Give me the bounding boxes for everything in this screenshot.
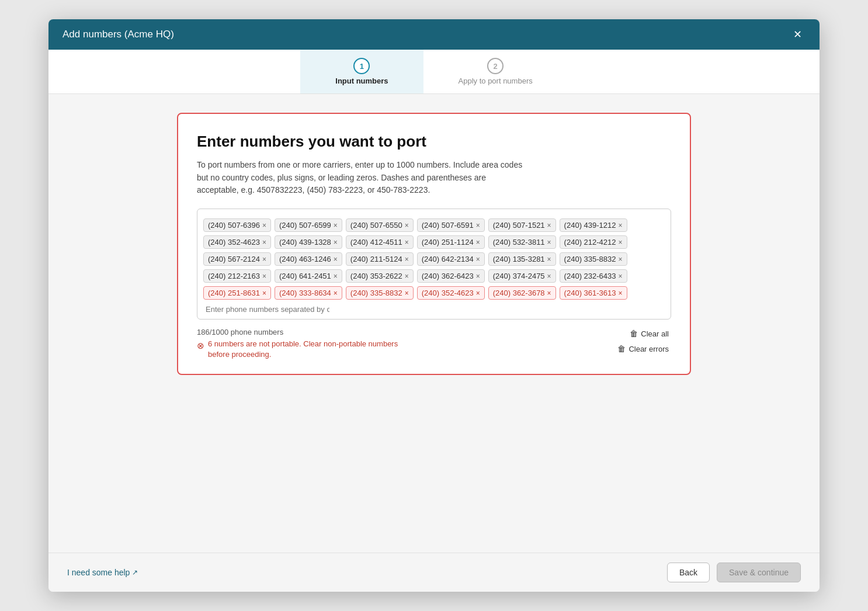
tag-remove-button[interactable]: × — [334, 256, 338, 263]
step-1-label: Input numbers — [335, 77, 388, 85]
clear-errors-button[interactable]: 🗑 Clear errors — [615, 343, 671, 355]
tag-0-1: (240) 507-6599× — [275, 218, 342, 232]
external-link-icon: ↗ — [132, 568, 138, 577]
tag-label: (240) 374-2475 — [493, 272, 545, 280]
tag-label: (240) 532-3811 — [493, 238, 545, 247]
content-card: Enter numbers you want to port To port n… — [177, 113, 691, 375]
tag-label: (240) 507-6599 — [279, 221, 331, 230]
tag-remove-button[interactable]: × — [334, 273, 338, 280]
tag-label: (240) 567-2124 — [208, 255, 260, 263]
tag-4-4: (240) 251-8631× — [203, 286, 271, 300]
help-link[interactable]: I need some help ↗ — [67, 568, 138, 577]
tag-remove-button[interactable]: × — [619, 290, 623, 297]
tag-2-3: (240) 463-1246× — [275, 252, 342, 266]
tag-2-2: (240) 567-2124× — [203, 252, 271, 266]
tag-label: (240) 212-4212 — [564, 238, 616, 247]
tag-remove-button[interactable]: × — [619, 239, 623, 246]
card-title: Enter numbers you want to port — [197, 133, 671, 151]
tag-3-2: (240) 335-8832× — [560, 252, 627, 266]
modal-header: Add numbers (Acme HQ) ✕ — [48, 19, 820, 50]
close-icon: ✕ — [793, 28, 802, 41]
tag-remove-button[interactable]: × — [547, 256, 551, 263]
steps-bar: 1 Input numbers 2 Apply to port numbers — [48, 50, 820, 94]
tag-remove-button[interactable]: × — [476, 273, 480, 280]
tag-label: (240) 251-8631 — [208, 289, 260, 297]
tag-label: (240) 362-3678 — [493, 289, 545, 297]
tag-label: (240) 439-1328 — [279, 238, 331, 247]
tag-label: (240) 507-6550 — [350, 221, 402, 230]
clear-all-button[interactable]: 🗑 Clear all — [627, 328, 671, 339]
step-2-circle: 2 — [487, 58, 504, 74]
tags-container[interactable]: (240) 507-6396×(240) 507-6599×(240) 507-… — [197, 209, 671, 320]
tag-1-2: (240) 439-1328× — [275, 235, 342, 249]
tag-label: (240) 439-1212 — [564, 221, 616, 230]
tag-label: (240) 463-1246 — [279, 255, 331, 263]
error-circle-icon: ⊗ — [197, 339, 204, 352]
tag-remove-button[interactable]: × — [405, 239, 409, 246]
close-button[interactable]: ✕ — [789, 26, 805, 43]
tag-0-0: (240) 507-6396× — [203, 218, 271, 232]
tag-0-2: (240) 507-6550× — [346, 218, 414, 232]
tag-label: (240) 335-8832 — [350, 289, 402, 297]
tag-remove-button[interactable]: × — [334, 290, 338, 297]
help-label: I need some help — [67, 568, 130, 577]
tag-3-4: (240) 641-2451× — [275, 269, 342, 283]
modal-body: Enter numbers you want to port To port n… — [48, 94, 820, 553]
back-button[interactable]: Back — [667, 563, 710, 582]
tag-remove-button[interactable]: × — [547, 273, 551, 280]
tag-remove-button[interactable]: × — [476, 256, 480, 263]
tag-2-1: (240) 212-4212× — [560, 235, 627, 249]
tag-remove-button[interactable]: × — [619, 256, 623, 263]
step-1[interactable]: 1 Input numbers — [300, 50, 423, 93]
modal: Add numbers (Acme HQ) ✕ 1 Input numbers … — [48, 19, 820, 592]
tag-label: (240) 232-6433 — [564, 272, 616, 280]
tag-3-0: (240) 642-2134× — [417, 252, 485, 266]
save-continue-button: Save & continue — [717, 563, 801, 582]
clear-errors-label: Clear errors — [629, 345, 669, 353]
tag-label: (240) 333-8634 — [279, 289, 331, 297]
tag-0-3: (240) 507-6591× — [417, 218, 485, 232]
step-2-label: Apply to port numbers — [459, 77, 533, 85]
tag-remove-button[interactable]: × — [262, 290, 266, 297]
tag-remove-button[interactable]: × — [262, 256, 266, 263]
tag-remove-button[interactable]: × — [405, 273, 409, 280]
tag-label: (240) 211-5124 — [350, 255, 402, 263]
tag-label: (240) 212-2163 — [208, 272, 260, 280]
tag-label: (240) 362-6423 — [422, 272, 474, 280]
trash-icon-2: 🗑 — [617, 344, 626, 353]
tag-1-0: (240) 439-1212× — [560, 218, 627, 232]
tag-4-0: (240) 353-2622× — [346, 269, 414, 283]
clear-all-label: Clear all — [641, 329, 669, 338]
tag-remove-button[interactable]: × — [262, 222, 266, 229]
tag-remove-button[interactable]: × — [476, 290, 480, 297]
tag-remove-button[interactable]: × — [547, 222, 551, 229]
error-message: ⊗ 6 numbers are not portable. Clear non-… — [197, 339, 419, 360]
tag-remove-button[interactable]: × — [405, 290, 409, 297]
tag-4-3: (240) 232-6433× — [560, 269, 627, 283]
tag-remove-button[interactable]: × — [476, 222, 480, 229]
tag-label: (240) 641-2451 — [279, 272, 331, 280]
tag-4-2: (240) 374-2475× — [488, 269, 556, 283]
tag-3-1: (240) 135-3281× — [488, 252, 556, 266]
tag-remove-button[interactable]: × — [476, 239, 480, 246]
tag-remove-button[interactable]: × — [334, 239, 338, 246]
tag-remove-button[interactable]: × — [619, 273, 623, 280]
footer-left: 186/1000 phone numbers ⊗ 6 numbers are n… — [197, 328, 419, 360]
modal-footer: I need some help ↗ Back Save & continue — [48, 553, 820, 592]
tag-remove-button[interactable]: × — [334, 222, 338, 229]
card-description: To port numbers from one or more carrier… — [197, 159, 524, 197]
tag-label: (240) 352-4623 — [208, 238, 260, 247]
tag-label: (240) 642-2134 — [422, 255, 474, 263]
tag-remove-button[interactable]: × — [547, 239, 551, 246]
tag-remove-button[interactable]: × — [262, 273, 266, 280]
tag-remove-button[interactable]: × — [547, 290, 551, 297]
tag-remove-button[interactable]: × — [405, 222, 409, 229]
tag-4-1: (240) 362-6423× — [417, 269, 485, 283]
tag-remove-button[interactable]: × — [262, 239, 266, 246]
tag-remove-button[interactable]: × — [405, 256, 409, 263]
phone-number-input[interactable] — [203, 303, 332, 315]
tag-1-1: (240) 352-4623× — [203, 235, 271, 249]
tag-label: (240) 507-6591 — [422, 221, 474, 230]
step-2[interactable]: 2 Apply to port numbers — [423, 50, 568, 93]
tag-remove-button[interactable]: × — [619, 222, 623, 229]
